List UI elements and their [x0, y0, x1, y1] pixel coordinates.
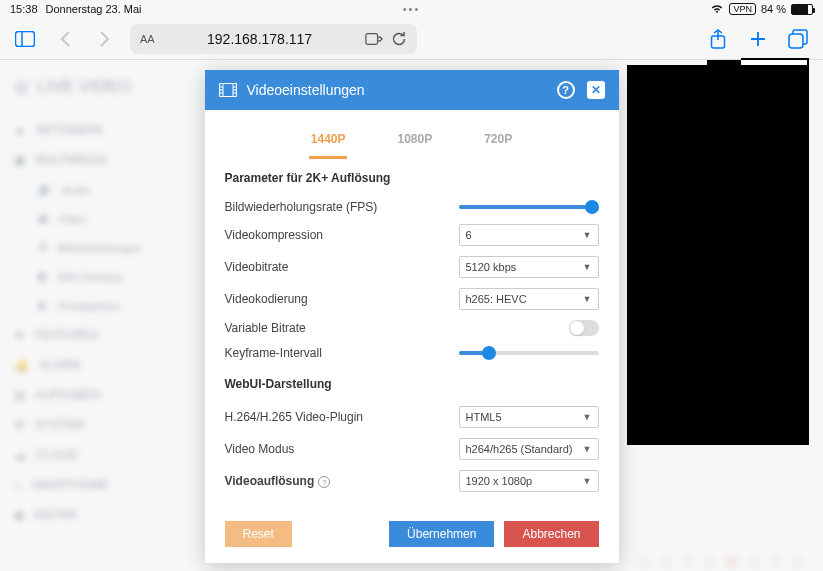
resolution-label: Videoauflösung?	[225, 474, 459, 489]
status-time: 15:38	[10, 3, 38, 15]
section-heading-params: Parameter für 2K+ Auflösung	[225, 171, 599, 185]
share-button[interactable]	[703, 24, 733, 54]
mode-select[interactable]: h264/h265 (Standard)▼	[459, 438, 599, 460]
tab-1080p[interactable]: 1080P	[395, 124, 434, 159]
svg-rect-2	[365, 33, 377, 44]
svg-rect-4	[789, 34, 803, 48]
encoding-label: Videokodierung	[225, 292, 459, 306]
sidebar-toggle-button[interactable]	[10, 24, 40, 54]
film-icon	[219, 83, 237, 97]
text-size-button[interactable]: AA	[140, 33, 155, 45]
fps-slider[interactable]	[459, 205, 599, 209]
vbr-toggle[interactable]	[569, 320, 599, 336]
multitask-dots[interactable]: •••	[403, 3, 421, 15]
keyframe-slider[interactable]	[459, 351, 599, 355]
battery-percent: 84 %	[761, 3, 786, 15]
compression-label: Videokompression	[225, 228, 459, 242]
section-heading-webui: WebUI-Darstellung	[225, 377, 599, 391]
new-tab-button[interactable]	[743, 24, 773, 54]
info-icon[interactable]: ?	[318, 476, 330, 488]
fps-label: Bildwiederholungsrate (FPS)	[225, 200, 459, 214]
vbr-label: Variable Bitrate	[225, 321, 459, 335]
modal-header: Videoeinstellungen ? ✕	[205, 70, 619, 110]
ipad-status-bar: 15:38 Donnerstag 23. Mai ••• VPN 84 %	[0, 0, 823, 18]
tab-720p[interactable]: 720P	[482, 124, 514, 159]
plugin-select[interactable]: HTML5▼	[459, 406, 599, 428]
back-button[interactable]	[50, 24, 80, 54]
battery-icon	[791, 4, 813, 15]
puzzle-icon[interactable]	[365, 32, 383, 46]
reload-icon[interactable]	[391, 31, 407, 47]
video-settings-modal: Videoeinstellungen ? ✕ 1440P 1080P 720P …	[205, 70, 619, 563]
svg-rect-0	[16, 31, 35, 46]
mode-label: Video Modus	[225, 442, 459, 456]
help-button[interactable]: ?	[557, 81, 575, 99]
status-date: Donnerstag 23. Mai	[46, 3, 142, 15]
resolution-tabs: 1440P 1080P 720P	[225, 124, 599, 159]
modal-overlay: Videoeinstellungen ? ✕ 1440P 1080P 720P …	[0, 60, 823, 571]
compression-select[interactable]: 6▼	[459, 224, 599, 246]
bitrate-select[interactable]: 5120 kbps▼	[459, 256, 599, 278]
tabs-button[interactable]	[783, 24, 813, 54]
cancel-button[interactable]: Abbrechen	[504, 521, 598, 547]
close-button[interactable]: ✕	[587, 81, 605, 99]
plugin-label: H.264/H.265 Video-Plugin	[225, 410, 459, 424]
apply-button[interactable]: Übernehmen	[389, 521, 494, 547]
reset-button[interactable]: Reset	[225, 521, 292, 547]
modal-title: Videoeinstellungen	[247, 82, 365, 98]
bitrate-label: Videobitrate	[225, 260, 459, 274]
url-text: 192.168.178.117	[155, 31, 365, 47]
browser-toolbar: AA 192.168.178.117	[0, 18, 823, 60]
wifi-icon	[710, 4, 724, 14]
tab-1440p[interactable]: 1440P	[309, 124, 348, 159]
resolution-select[interactable]: 1920 x 1080p▼	[459, 470, 599, 492]
forward-button[interactable]	[90, 24, 120, 54]
keyframe-label: Keyframe-Intervall	[225, 346, 459, 360]
vpn-badge: VPN	[729, 3, 756, 15]
encoding-select[interactable]: h265: HEVC▼	[459, 288, 599, 310]
address-bar[interactable]: AA 192.168.178.117	[130, 24, 417, 54]
